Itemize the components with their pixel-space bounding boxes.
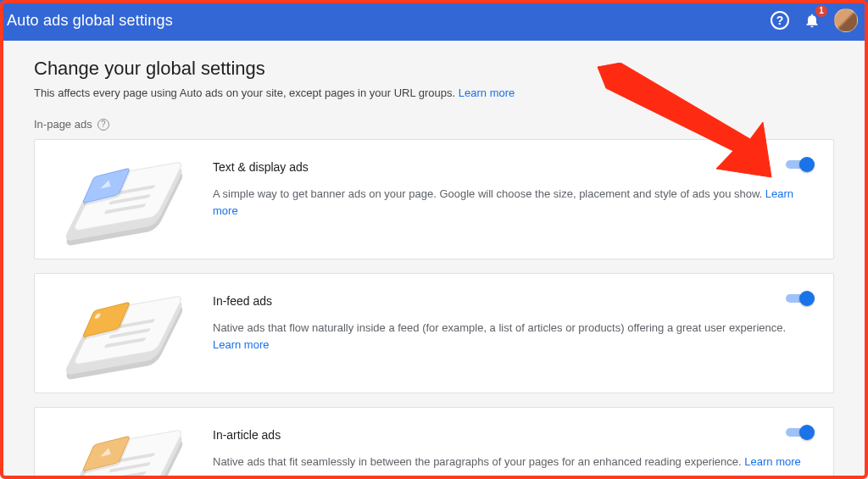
card-illustration: [53, 426, 189, 479]
ad-format-card-text-display: Text & display ads A simple way to get b…: [34, 139, 834, 259]
card-learn-more-link[interactable]: Learn more: [213, 338, 269, 351]
ad-format-card-in-article: In-article ads Native ads that fit seaml…: [34, 407, 834, 479]
toggle-text-display-ads[interactable]: [786, 157, 813, 172]
page-subtitle: This affects every page using Auto ads o…: [34, 86, 834, 99]
section-label: In-page ads ?: [34, 118, 834, 131]
main-content: Change your global settings This affects…: [0, 41, 868, 479]
card-illustration: [53, 159, 189, 240]
page-title: Change your global settings: [34, 58, 834, 80]
notifications-button[interactable]: 1: [798, 7, 826, 34]
card-illustration: [53, 292, 189, 374]
notification-badge: 1: [815, 5, 827, 17]
top-bar: Auto ads global settings ? 1: [0, 0, 868, 41]
section-help-icon[interactable]: ?: [97, 119, 109, 131]
toggle-in-feed-ads[interactable]: [786, 291, 813, 306]
subtitle-text: This affects every page using Auto ads o…: [34, 86, 459, 99]
section-label-text: In-page ads: [34, 118, 92, 131]
card-title: In-feed ads: [213, 294, 810, 308]
card-description: A simple way to get banner ads on your p…: [213, 186, 810, 219]
page-header-title: Auto ads global settings: [7, 12, 173, 30]
help-button[interactable]: ?: [766, 7, 793, 34]
card-title: In-article ads: [213, 428, 810, 442]
card-learn-more-link[interactable]: Learn more: [744, 455, 800, 468]
help-icon: ?: [771, 11, 789, 30]
subtitle-learn-more-link[interactable]: Learn more: [459, 86, 515, 99]
card-description: Native ads that fit seamlessly in betwee…: [213, 454, 810, 471]
card-description: Native ads that flow naturally inside a …: [213, 320, 810, 353]
card-title: Text & display ads: [213, 160, 810, 174]
account-avatar[interactable]: [834, 8, 858, 32]
toggle-in-article-ads[interactable]: [786, 425, 813, 440]
ad-format-card-in-feed: In-feed ads Native ads that flow natural…: [34, 273, 834, 393]
